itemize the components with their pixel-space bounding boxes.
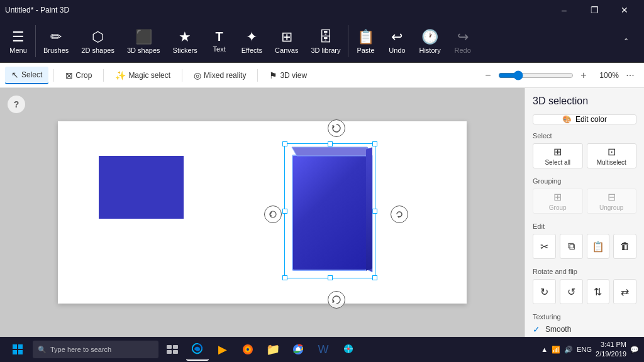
delete-button[interactable]: 🗑 [613,234,636,259]
cut-button[interactable]: ✂ [533,234,556,259]
rotation-handle-bottom[interactable] [328,291,345,309]
palette-icon: 🎨 [562,115,572,124]
vlc-icon[interactable]: ▶ [211,338,234,361]
minimize-button[interactable]: – [550,0,579,20]
effects-button[interactable]: ✦ Effects [235,20,269,62]
select-all-button[interactable]: ⊞ Select all [533,143,583,168]
3d-shape-object[interactable] [292,155,367,271]
zoom-in-button[interactable]: + [576,68,591,83]
handle-top-left[interactable] [282,141,287,146]
rotate-left-button[interactable]: ↺ [560,279,583,304]
firefox-browser-icon [242,344,253,355]
handle-left-center[interactable] [282,209,287,214]
canvas-button[interactable]: ⊞ Canvas [269,20,304,62]
taskbar: 🔍 Type here to search ▶ 📁 [0,337,644,362]
menu-button[interactable]: ☰ Menu [3,20,34,62]
edge-icon[interactable] [186,338,209,361]
history-button[interactable]: 🕐 History [413,20,447,62]
undo-icon: ↩ [391,29,402,45]
task-view-button[interactable] [161,338,184,361]
commandbar: ↖ Select ⊠ Crop ✨ Magic select ◎ Mixed r… [0,63,644,88]
rotate-right-icon [394,209,404,219]
3dshapes-button[interactable]: ⬛ 3D shapes [121,20,167,62]
smooth-option[interactable]: ✓ Smooth [533,324,636,334]
firefox-icon[interactable] [236,338,259,361]
flip-vertical-button[interactable]: ⇅ [587,279,610,304]
crop-tool-button[interactable]: ⊠ Crop [59,67,98,84]
3dlibrary-icon: 🗄 [319,29,333,45]
clock-display[interactable]: 3:41 PM 2/19/2019 [596,340,626,359]
zoom-slider[interactable] [498,70,574,80]
maps-icon[interactable] [337,338,360,361]
rotate-top-icon [331,123,341,133]
system-tray: ▲ [541,346,548,353]
chrome-icon[interactable] [287,338,309,361]
handle-top-center[interactable] [328,141,333,146]
edit-color-button[interactable]: 🎨 Edit color [533,114,636,124]
magic-select-button[interactable]: ✨ Magic select [109,67,177,84]
word-icon[interactable]: W [312,338,335,361]
flip-horizontal-button[interactable]: ⇄ [613,279,636,304]
move-handle-left[interactable] [264,206,282,223]
canvas-area[interactable]: ? [0,88,525,337]
undo-button[interactable]: ↩ Undo [381,20,413,62]
text-button[interactable]: T Text [204,20,235,62]
paste-copy-icon: 📋 [592,241,604,253]
3d-shape-container[interactable] [278,131,394,297]
stickers-icon: ★ [179,29,191,45]
3dview-button[interactable]: ⚑ 3D view [263,67,313,84]
ungroup-button[interactable]: ⊟ Ungroup [587,189,637,214]
rotate-handle-right[interactable] [391,206,408,223]
redo-icon: ↪ [457,29,469,45]
search-bar[interactable]: 🔍 Type here to search [33,341,158,358]
magic-select-label: Magic select [128,71,170,80]
folder-icon[interactable]: 📁 [262,338,284,361]
handle-bottom-left[interactable] [282,275,287,280]
stickers-button[interactable]: ★ Stickers [167,20,204,62]
paste-copy-button[interactable]: 📋 [587,234,610,259]
2d-rectangle-object[interactable] [99,156,184,219]
magic-select-icon: ✨ [115,70,126,80]
brushes-button[interactable]: ✏ Brushes [37,20,75,62]
paste-button[interactable]: 📋 Paste [350,20,381,62]
ribbon-sep-2 [348,25,348,57]
redo-label: Redo [455,47,471,54]
more-options-button[interactable]: ··· [621,67,639,84]
clock-time: 3:41 PM [596,340,626,349]
handle-top-right[interactable] [372,141,377,146]
zoom-out-button[interactable]: − [480,68,496,83]
select-section: Select ⊞ Select all ⊡ Multiselect [533,132,636,168]
wifi-icon: 📶 [552,346,560,354]
right-panel: 3D selection 🎨 Edit color Select ⊞ Selec… [525,88,644,337]
rotate-right-panel-icon: ↻ [540,286,548,298]
notification-icon[interactable]: 💬 [630,346,639,354]
edge-browser-icon [192,343,203,354]
rotation-handle-top[interactable] [328,119,345,137]
multiselect-button[interactable]: ⊡ Multiselect [587,143,637,168]
restore-button[interactable]: ❐ [580,0,609,20]
select-section-title: Select [533,132,636,140]
crop-icon: ⊠ [65,70,73,80]
mixed-reality-button[interactable]: ◎ Mixed reality [187,67,252,84]
titlebar-left: Untitled* - Paint 3D [5,6,69,14]
taskbar-right-area: ▲ 📶 🔊 ENG 3:41 PM 2/19/2019 💬 [541,340,639,359]
start-button[interactable] [5,337,30,362]
group-label: Group [549,204,567,211]
svg-marker-1 [292,147,372,156]
collapse-ribbon-button[interactable]: ⌃ [610,35,641,48]
group-button[interactable]: ⊞ Group [533,189,583,214]
rotate-right-button[interactable]: ↻ [533,279,556,304]
close-button[interactable]: ✕ [610,0,639,20]
svg-rect-3 [13,344,17,349]
3dlibrary-button[interactable]: 🗄 3D library [304,20,347,62]
copy-button[interactable]: ⧉ [560,234,583,259]
rotate-flip-section: Rotate and flip ↻ ↺ ⇅ ⇄ [533,268,636,304]
select-tool-button[interactable]: ↖ Select [5,67,48,84]
2dshapes-button[interactable]: ⬡ 2D shapes [75,20,121,62]
titlebar: Untitled* - Paint 3D – ❐ ✕ [0,0,644,20]
drawing-canvas [58,121,467,304]
help-button[interactable]: ? [8,96,25,113]
svg-point-0 [270,211,276,217]
paste-label: Paste [357,47,374,54]
redo-button[interactable]: ↪ Redo [447,20,479,62]
